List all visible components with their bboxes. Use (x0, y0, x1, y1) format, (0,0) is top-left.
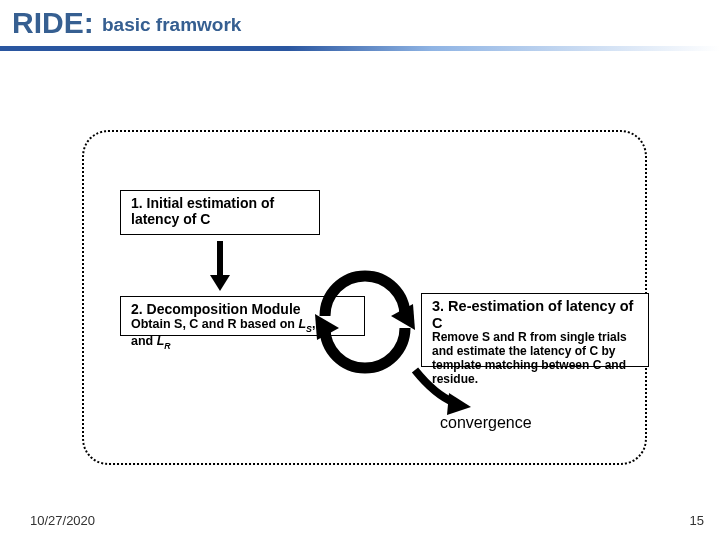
footer-page-number: 15 (690, 513, 704, 528)
node2-sep2: and (131, 334, 157, 348)
slide-title: RIDE: basic framwork (0, 0, 720, 48)
arrow-down-icon (210, 241, 230, 291)
title-ride: RIDE: (12, 6, 102, 39)
node-initial-estimation: 1. Initial estimation of latency of C (120, 190, 320, 235)
node2-sub-prefix: Obtain S, C and R based on (131, 317, 298, 331)
node3-header: 3. Re-estimation of latency of C (432, 298, 638, 331)
svg-rect-0 (217, 241, 223, 275)
arrow-to-convergence-icon (405, 365, 475, 420)
node-reestimation: 3. Re-estimation of latency of C Remove … (421, 293, 649, 367)
node1-line2: latency of C (131, 211, 309, 227)
node1-line1: 1. Initial estimation of (131, 195, 309, 211)
svg-marker-4 (447, 393, 471, 415)
footer-date: 10/27/2020 (30, 513, 95, 528)
node2-lr-sub: R (164, 340, 170, 350)
svg-marker-1 (210, 275, 230, 291)
title-rest: basic framwork (102, 14, 241, 35)
convergence-label: convergence (440, 414, 532, 432)
title-underline (0, 46, 720, 51)
